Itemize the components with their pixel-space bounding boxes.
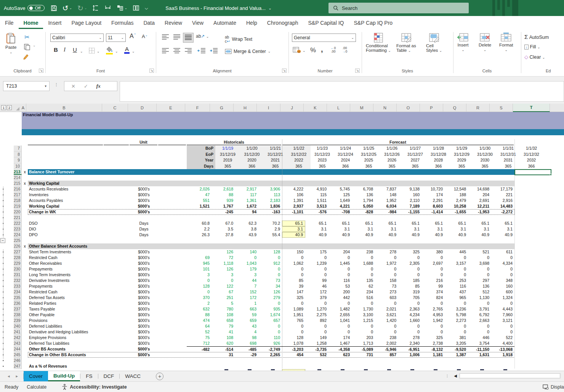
- cell[interactable]: 40.9: [282, 232, 305, 238]
- cell[interactable]: 3.1: [491, 226, 514, 232]
- cell[interactable]: [398, 363, 421, 369]
- cell[interactable]: 381: [445, 335, 468, 341]
- horizontal-scrollbar[interactable]: ⁞ ◀: [447, 373, 561, 379]
- cell[interactable]: 0: [375, 329, 398, 335]
- row-header-225[interactable]: 225: [14, 238, 22, 243]
- cell[interactable]: [445, 175, 468, 181]
- tab-nav-right-icon[interactable]: ▸: [16, 374, 18, 379]
- cell[interactable]: 116: [445, 283, 468, 289]
- column-header-D[interactable]: D: [128, 104, 157, 112]
- cell[interactable]: 40.9: [305, 232, 328, 238]
- cell[interactable]: [328, 175, 352, 181]
- cell[interactable]: 1,942: [421, 318, 445, 323]
- cell[interactable]: 1,631: [468, 352, 491, 358]
- cell[interactable]: 1,420: [375, 318, 398, 323]
- table-row[interactable]: 239Provisions$000's4746586596577658921,0…: [0, 318, 514, 323]
- cell[interactable]: 37.8: [212, 232, 235, 238]
- cell[interactable]: 0: [328, 272, 352, 278]
- row-header-227[interactable]: 227: [14, 249, 22, 255]
- cell[interactable]: 62: [352, 283, 375, 289]
- column-header-I[interactable]: I: [257, 104, 280, 112]
- cell[interactable]: [235, 175, 258, 181]
- row-header-216[interactable]: 216: [14, 186, 22, 192]
- cell[interactable]: 374: [421, 289, 445, 295]
- align-bottom-icon[interactable]: [183, 33, 194, 43]
- cell[interactable]: [421, 238, 445, 243]
- cell[interactable]: 380: [421, 249, 445, 255]
- cell[interactable]: 1,258: [305, 341, 328, 346]
- column-header-Q[interactable]: Q: [443, 104, 466, 112]
- cell[interactable]: 2,002: [375, 341, 398, 346]
- cell[interactable]: 31/12/22: [287, 152, 311, 158]
- cell[interactable]: 1,688: [352, 261, 375, 266]
- cell[interactable]: 6,708: [352, 186, 375, 192]
- cell[interactable]: 172: [235, 295, 258, 301]
- cell[interactable]: -6,951: [398, 346, 421, 352]
- cell[interactable]: [235, 358, 258, 363]
- cell[interactable]: 521: [468, 249, 491, 255]
- cell[interactable]: 0: [235, 255, 258, 261]
- table-row[interactable]: 216Accounts Receivables$000's2,0262,6182…: [0, 186, 514, 192]
- cell[interactable]: 75: [187, 335, 212, 341]
- font-launcher[interactable]: ↘: [149, 69, 154, 73]
- cell[interactable]: -163: [258, 209, 282, 215]
- table-row[interactable]: 217Inventories$000's47881171131061151251…: [0, 192, 514, 198]
- row-header-243[interactable]: 243: [14, 341, 22, 346]
- cell[interactable]: 1/1/20: [240, 146, 264, 152]
- cell[interactable]: [235, 363, 258, 369]
- cell[interactable]: 0: [282, 272, 305, 278]
- cell[interactable]: 632: [187, 306, 212, 312]
- cell[interactable]: 2019: [215, 157, 240, 163]
- table-row[interactable]: 227Short Term Investments$000's126140128…: [0, 249, 514, 255]
- cell[interactable]: 611: [491, 249, 514, 255]
- cell[interactable]: -485: [235, 346, 258, 352]
- cell[interactable]: 2025: [357, 157, 380, 163]
- cell[interactable]: 67: [212, 289, 235, 295]
- table-row[interactable]: 215xWorking Capital: [0, 181, 514, 186]
- cell[interactable]: 40.9: [375, 232, 398, 238]
- cell[interactable]: 117: [235, 192, 258, 198]
- cell[interactable]: 780: [212, 306, 235, 312]
- cell[interactable]: 365: [215, 163, 240, 170]
- cell[interactable]: 2.9: [258, 226, 282, 232]
- bold-button[interactable]: B: [53, 46, 59, 53]
- cell[interactable]: 4,443: [491, 306, 514, 312]
- cell[interactable]: 5: [212, 301, 235, 306]
- cell[interactable]: 64: [187, 323, 212, 329]
- cell[interactable]: 365: [380, 163, 404, 170]
- ribbon-tab-s-p-capital-iq[interactable]: S&P Capital IQ: [303, 17, 349, 29]
- cell[interactable]: [491, 358, 514, 363]
- cell[interactable]: 1: [235, 301, 258, 306]
- cell[interactable]: 2,110: [398, 198, 421, 203]
- row-header-242[interactable]: 242: [14, 335, 22, 341]
- cell[interactable]: 0: [491, 323, 514, 329]
- row-header-239[interactable]: 239: [14, 318, 22, 323]
- cell[interactable]: 200: [328, 289, 352, 295]
- cell[interactable]: 2,183: [258, 198, 282, 203]
- cell[interactable]: 0: [491, 272, 514, 278]
- cell[interactable]: [305, 358, 328, 363]
- ribbon-tab-automate[interactable]: Automate: [208, 17, 241, 29]
- cell[interactable]: 88: [187, 312, 212, 318]
- cell[interactable]: 160: [398, 192, 421, 198]
- orientation-icon[interactable]: ab↗ ⌄: [196, 34, 209, 39]
- autosum-button[interactable]: Σ AutoSum: [524, 34, 549, 40]
- cell[interactable]: 1,043: [235, 261, 258, 266]
- cell[interactable]: 2,738: [421, 341, 445, 346]
- cell[interactable]: [398, 215, 421, 221]
- cell[interactable]: [421, 358, 445, 363]
- cell[interactable]: 238: [375, 335, 398, 341]
- cell[interactable]: 1/1/23: [311, 146, 334, 152]
- cell[interactable]: [491, 363, 514, 369]
- cell[interactable]: 0: [352, 272, 375, 278]
- cell[interactable]: 14,483: [491, 203, 514, 209]
- cell[interactable]: 0: [375, 272, 398, 278]
- cell[interactable]: 122: [212, 283, 235, 289]
- cell[interactable]: 325: [282, 295, 305, 301]
- cell[interactable]: 31/12/20: [240, 152, 264, 158]
- cell[interactable]: 0: [352, 323, 375, 329]
- cell[interactable]: [282, 215, 305, 221]
- cell[interactable]: 1/1/27: [404, 146, 427, 152]
- cell[interactable]: 31/12/30: [473, 152, 497, 158]
- table-row[interactable]: 221: [0, 215, 514, 221]
